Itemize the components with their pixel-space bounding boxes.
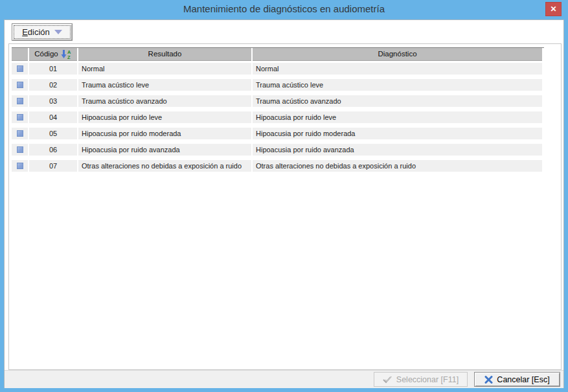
cell-resultado: Hipoacusia por ruido moderada bbox=[78, 128, 251, 139]
cell-resultado: Trauma acústico avanzado bbox=[78, 95, 251, 107]
table-row[interactable]: 02Trauma acústico leveTrauma acústico le… bbox=[12, 79, 544, 91]
cell-codigo: 01 bbox=[29, 63, 77, 75]
cell-resultado: Trauma acústico leve bbox=[78, 79, 251, 91]
cell-codigo: 02 bbox=[29, 79, 77, 91]
table-row[interactable]: 05Hipoacusia por ruido moderadaHipoacusi… bbox=[12, 128, 544, 139]
dialog-content: Edición Código A Z bbox=[4, 19, 564, 388]
row-record-cell[interactable] bbox=[12, 160, 28, 172]
record-icon bbox=[17, 163, 23, 169]
header-codigo-label: Código bbox=[34, 48, 58, 60]
table-row[interactable]: 07Otras alteraciones no debidas a exposi… bbox=[12, 160, 544, 172]
record-icon bbox=[17, 130, 23, 137]
dialog-title: Mantenimiento de diagnósticos en audiome… bbox=[0, 0, 568, 19]
table-row[interactable]: 03Trauma acústico avanzadoTrauma acústic… bbox=[12, 95, 544, 107]
cell-diagnostico: Normal bbox=[253, 63, 542, 75]
row-record-cell[interactable] bbox=[12, 95, 28, 107]
close-button[interactable]: ✕ bbox=[545, 2, 562, 16]
row-record-cell[interactable] bbox=[12, 144, 28, 156]
record-icon bbox=[17, 114, 23, 121]
row-record-cell[interactable] bbox=[12, 63, 28, 75]
header-codigo[interactable]: Código A Z bbox=[29, 48, 77, 61]
checkmark-icon bbox=[383, 376, 392, 384]
cancelar-button[interactable]: Cancelar [Esc] bbox=[474, 372, 560, 387]
cancelar-button-label: Cancelar [Esc] bbox=[497, 375, 549, 384]
table-row[interactable]: 04Hipoacusia por ruido leveHipoacusia po… bbox=[12, 111, 544, 123]
cell-diagnostico: Hipoacusia por ruido moderada bbox=[253, 128, 542, 139]
seleccionar-button-label: Seleccionar [F11] bbox=[396, 375, 459, 384]
edicion-button-label: Edición bbox=[22, 27, 50, 37]
row-record-cell[interactable] bbox=[12, 79, 28, 91]
cell-diagnostico: Hipoacusia por ruido avanzada bbox=[253, 144, 542, 156]
cell-codigo: 06 bbox=[29, 144, 77, 156]
record-icon bbox=[17, 146, 23, 153]
header-diagnostico[interactable]: Diagnóstico bbox=[253, 48, 542, 61]
cell-codigo: 07 bbox=[29, 160, 77, 172]
header-resultado-label: Resultado bbox=[148, 48, 182, 60]
svg-text:Z: Z bbox=[67, 54, 71, 60]
row-record-cell[interactable] bbox=[12, 111, 28, 123]
record-icon bbox=[17, 98, 23, 104]
cell-resultado: Hipoacusia por ruido avanzada bbox=[78, 144, 251, 156]
table-row[interactable]: 06Hipoacusia por ruido avanzadaHipoacusi… bbox=[12, 144, 544, 156]
record-icon bbox=[17, 82, 23, 88]
cell-diagnostico: Trauma acústico avanzado bbox=[253, 95, 542, 107]
footer-bar: Seleccionar [F11] Cancelar [Esc] bbox=[5, 370, 563, 388]
header-resultado[interactable]: Resultado bbox=[78, 48, 251, 61]
row-record-cell[interactable] bbox=[12, 128, 28, 139]
header-icon-column bbox=[12, 48, 28, 61]
seleccionar-button[interactable]: Seleccionar [F11] bbox=[374, 372, 468, 387]
cancel-x-icon bbox=[484, 376, 493, 384]
record-icon bbox=[17, 65, 23, 72]
table-body: 01NormalNormal02Trauma acústico leveTrau… bbox=[12, 63, 544, 172]
cell-codigo: 03 bbox=[29, 95, 77, 107]
cell-codigo: 04 bbox=[29, 111, 77, 123]
dialog-window: Mantenimiento de diagnósticos en audiome… bbox=[0, 0, 568, 392]
cell-codigo: 05 bbox=[29, 128, 77, 139]
titlebar[interactable]: Mantenimiento de diagnósticos en audiome… bbox=[0, 0, 568, 19]
sort-a-z-icon: A Z bbox=[61, 49, 72, 59]
cell-resultado: Otras alteraciones no debidas a exposici… bbox=[78, 160, 251, 172]
table-row[interactable]: 01NormalNormal bbox=[12, 63, 544, 75]
cell-diagnostico: Otras alteraciones no debidas a exposici… bbox=[253, 160, 542, 172]
cell-diagnostico: Trauma acústico leve bbox=[253, 79, 542, 91]
cell-diagnostico: Hipoacusia por ruido leve bbox=[253, 111, 542, 123]
header-diagnostico-label: Diagnóstico bbox=[378, 48, 416, 60]
table-header-row: Código A Z Resultado Diagnóstico bbox=[12, 47, 544, 61]
cell-resultado: Hipoacusia por ruido leve bbox=[78, 111, 251, 123]
grid-panel: Código A Z Resultado Diagnóstico bbox=[8, 43, 562, 370]
diagnostics-table: Código A Z Resultado Diagnóstico bbox=[12, 47, 544, 176]
cell-resultado: Normal bbox=[78, 63, 251, 75]
edicion-menu-button[interactable]: Edición bbox=[12, 23, 73, 41]
close-icon: ✕ bbox=[550, 5, 556, 14]
chevron-down-icon bbox=[54, 30, 62, 34]
